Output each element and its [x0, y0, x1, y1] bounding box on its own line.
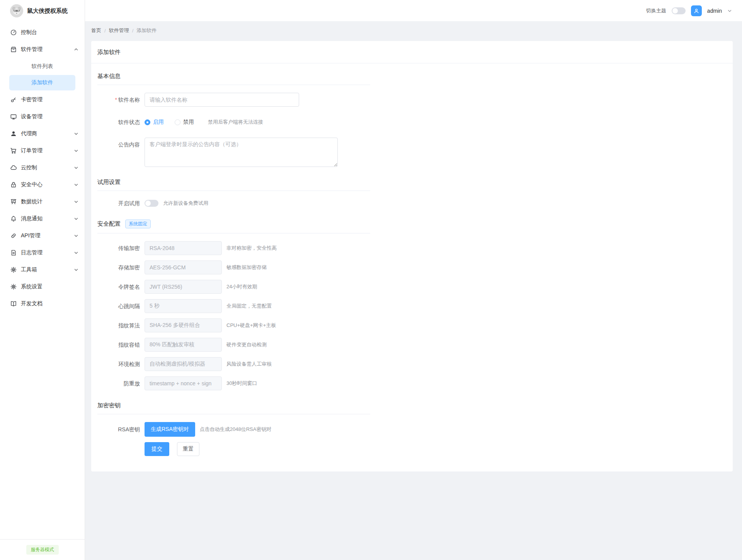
chevron-down-icon — [74, 182, 78, 187]
chevron-down-icon — [74, 199, 78, 204]
sidebar: 鼠大侠授权系统 控制台 软件管理 软件列表 — [0, 0, 85, 560]
app-logo-row: 鼠大侠授权系统 — [0, 0, 85, 22]
trial-switch-label: 开启试用 — [97, 199, 140, 207]
radio-dot — [145, 119, 150, 125]
software-status-row: 软件状态 启用 禁用 — [97, 115, 370, 129]
section-security: 安全配置 系统固定 传输加密 非对称加密，安全性高 存储加密 — [97, 220, 370, 390]
security-row-transport: 传输加密 非对称加密，安全性高 — [97, 241, 370, 255]
api-icon — [10, 232, 17, 239]
open-book-icon — [10, 300, 17, 307]
sidebar-item-notifications[interactable]: 消息通知 — [0, 210, 85, 227]
add-software-card: 添加软件 基本信息 *软件名称 — [91, 41, 733, 471]
status-enabled-radio[interactable]: 启用 — [145, 119, 164, 126]
form-actions: 提交 重置 — [145, 442, 370, 456]
sidebar-item-api[interactable]: API管理 — [0, 227, 85, 244]
sidebar-item-orders[interactable]: 订单管理 — [0, 142, 85, 159]
lock-icon — [10, 181, 17, 188]
section-title-basic: 基本信息 — [97, 73, 121, 80]
breadcrumb-home[interactable]: 首页 — [91, 27, 101, 34]
theme-toggle-label: 切换主题 — [646, 7, 666, 14]
chevron-up-icon — [74, 47, 78, 52]
security-row-heartbeat: 心跳间隔 全局固定，无需配置 — [97, 299, 370, 313]
log-icon — [10, 249, 17, 256]
topbar: 切换主题 admin — [85, 0, 742, 22]
sidebar-item-dashboard[interactable]: 控制台 — [0, 24, 85, 41]
sidebar-item-card-keys[interactable]: 卡密管理 — [0, 91, 85, 108]
sidebar-item-statistics[interactable]: 数据统计 — [0, 193, 85, 210]
submit-button[interactable]: 提交 — [145, 442, 169, 456]
section-keys: 加密密钥 RSA密钥 生成RSA密钥对 点击自动生成2048位RSA密钥对 提交… — [97, 402, 370, 456]
fingerprint-algorithm-input — [145, 318, 222, 332]
username: admin — [707, 8, 722, 14]
settings-gear-icon — [10, 283, 17, 290]
sidebar-item-cloud-control[interactable]: 云控制 — [0, 159, 85, 176]
status-radio-group: 启用 禁用 禁用后客户端将无法连接 — [145, 115, 263, 129]
monitor-icon — [10, 113, 17, 120]
mouse-mascot-icon — [10, 4, 23, 17]
heartbeat-interval-input — [145, 299, 222, 313]
security-row-fingerprint-algo: 指纹算法 CPU+硬盘+网卡+主板 — [97, 318, 370, 332]
system-fixed-tag: 系统固定 — [125, 220, 151, 228]
package-icon — [10, 46, 17, 53]
software-name-label: *软件名称 — [97, 93, 140, 107]
user-icon — [10, 130, 17, 137]
theme-toggle-switch[interactable] — [672, 7, 686, 14]
avatar[interactable] — [691, 5, 702, 16]
notice-textarea[interactable] — [145, 138, 338, 167]
user-icon — [693, 8, 699, 14]
app-root: 鼠大侠授权系统 控制台 软件管理 软件列表 — [0, 0, 742, 560]
sidebar-item-add-software[interactable]: 添加软件 — [9, 75, 75, 90]
sidebar-menu: 控制台 软件管理 软件列表 添加软件 卡密管 — [0, 22, 85, 539]
key-icon — [10, 96, 17, 103]
sidebar-item-agents[interactable]: 代理商 — [0, 125, 85, 142]
reset-button[interactable]: 重置 — [177, 442, 199, 456]
chevron-down-icon — [74, 131, 78, 136]
chevron-down-icon — [74, 165, 78, 170]
rsa-key-label: RSA密钥 — [97, 422, 140, 437]
sidebar-item-software-management[interactable]: 软件管理 — [0, 41, 85, 58]
breadcrumb-software-management[interactable]: 软件管理 — [109, 27, 129, 34]
trial-switch-row: 开启试用 允许新设备免费试用 — [97, 199, 370, 208]
sidebar-item-software-list[interactable]: 软件列表 — [9, 59, 75, 74]
software-name-row: *软件名称 — [97, 93, 370, 107]
toolbox-gear-icon — [10, 266, 17, 273]
sidebar-footer: 服务器模式 — [0, 539, 85, 560]
storage-encryption-input — [145, 260, 222, 274]
cart-icon — [10, 147, 17, 154]
chevron-down-icon — [74, 148, 78, 153]
required-mark: * — [115, 97, 117, 103]
sidebar-item-devices[interactable]: 设备管理 — [0, 108, 85, 125]
status-disabled-radio[interactable]: 禁用 — [175, 119, 194, 126]
chart-icon — [10, 198, 17, 205]
sidebar-item-toolbox[interactable]: 工具箱 — [0, 261, 85, 278]
app-logo-avatar — [10, 4, 23, 17]
security-row-token: 令牌签名 24小时有效期 — [97, 280, 370, 294]
sidebar-item-logs[interactable]: 日志管理 — [0, 244, 85, 261]
main-area: 切换主题 admin 首页 / 软件管理 / 添加软件 添加软件 — [85, 0, 742, 560]
security-row-environment: 环境检测 风险设备需人工审核 — [97, 357, 370, 371]
transport-encryption-input — [145, 241, 222, 255]
notice-label: 公告内容 — [97, 138, 140, 151]
chevron-down-icon — [74, 250, 78, 255]
rsa-key-row: RSA密钥 生成RSA密钥对 点击自动生成2048位RSA密钥对 — [97, 422, 370, 437]
page-title: 添加软件 — [91, 41, 733, 63]
software-name-input[interactable] — [145, 93, 299, 107]
trial-switch[interactable] — [145, 200, 158, 207]
chevron-down-icon — [74, 267, 78, 272]
generate-rsa-button[interactable]: 生成RSA密钥对 — [145, 422, 195, 437]
breadcrumb-current: 添加软件 — [136, 27, 157, 34]
section-trial: 试用设置 开启试用 允许新设备免费试用 — [97, 179, 370, 208]
sidebar-item-security-center[interactable]: 安全中心 — [0, 176, 85, 193]
cloud-icon — [10, 164, 17, 171]
section-title-keys: 加密密钥 — [97, 402, 121, 409]
sidebar-item-system-settings[interactable]: 系统设置 — [0, 278, 85, 295]
radio-dot — [175, 119, 180, 125]
sidebar-item-dev-docs[interactable]: 开发文档 — [0, 295, 85, 312]
security-row-storage: 存储加密 敏感数据加密存储 — [97, 260, 370, 274]
user-menu-chevron-icon[interactable] — [727, 9, 732, 13]
page-content: 首页 / 软件管理 / 添加软件 添加软件 基本信息 — [85, 22, 742, 560]
bell-icon — [10, 215, 17, 222]
section-title-trial: 试用设置 — [97, 179, 121, 186]
app-title: 鼠大侠授权系统 — [27, 7, 68, 15]
dashboard-icon — [10, 29, 17, 36]
